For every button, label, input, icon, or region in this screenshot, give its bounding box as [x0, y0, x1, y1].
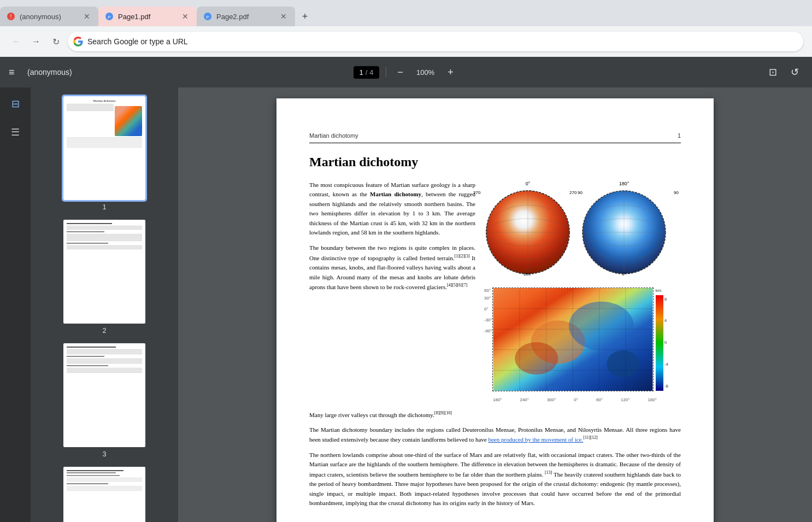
outline-view-icon[interactable]: ☰: [5, 122, 25, 142]
cb-label-0: 0: [664, 339, 668, 346]
south-hemi-svg: [484, 189, 572, 276]
tab-page2[interactable]: P Page2.pdf ✕: [197, 7, 295, 26]
pdf-viewer-body: ⊟ ☰ Martian dichotomy: [0, 87, 812, 522]
viewer-section: ≡ (anonymous) 1 / 4 − 100% + ⊡ ↺: [0, 57, 812, 522]
thumb-page-4[interactable]: 4: [63, 467, 145, 522]
s-label-180: 180°: [523, 271, 533, 278]
ref-1112: [11][12]: [583, 435, 597, 440]
add-tab-button[interactable]: +: [297, 9, 313, 24]
zoom-level: 100%: [415, 68, 437, 77]
pdf-content: Martian dichotomy 1 Martian dichotomy Th…: [178, 87, 812, 522]
link-ice[interactable]: been produced by the movement of ice.: [488, 436, 583, 443]
tab-anonymous[interactable]: ! (anonymous) ✕: [0, 7, 98, 26]
topo-label-60: 60°: [484, 288, 492, 294]
north-hemisphere-container: 180°: [580, 180, 668, 279]
pdf-page-1: Martian dichotomy 1 Martian dichotomy Th…: [276, 98, 714, 522]
topo-bottom-labels: 180° 240° 300° 0° 60° 120° 180°: [484, 397, 681, 403]
page2-favicon: P: [203, 12, 212, 21]
zoom-out-button[interactable]: −: [393, 64, 408, 80]
colorbar-section: km: [656, 288, 668, 391]
page1-favicon: P: [105, 12, 114, 21]
n-label-270: 270: [569, 190, 576, 196]
thumb-page-1[interactable]: Martian dichotomy: [63, 96, 145, 211]
pdf-left-column: The most conspicuous feature of Martian …: [309, 180, 475, 403]
thumbnail-view-icon[interactable]: ⊟: [5, 94, 25, 114]
paragraph-5: The northern lowlands comprise about one…: [309, 450, 681, 508]
zoom-in-button[interactable]: +: [443, 64, 458, 80]
north-hemisphere: 270 90 0°: [580, 189, 668, 279]
north-hemi-svg: [580, 189, 668, 276]
hamburger-menu[interactable]: ≡: [9, 67, 15, 78]
tab-page1[interactable]: P Page1.pdf ✕: [98, 7, 197, 26]
topo-label-n60: -60°: [484, 328, 492, 335]
tab-page2-title: Page2.pdf: [216, 13, 274, 21]
south-hemisphere: 270 90 180°: [484, 189, 572, 279]
pdf-sidebar: Martian dichotomy: [31, 87, 178, 522]
colorbar-labels: 8 4 0 -4 -8: [664, 295, 668, 391]
topo-map-container: 60° 30° 0° -30° -60°: [484, 288, 492, 391]
cb-label-8: 8: [664, 296, 668, 303]
n-label-90: 90: [674, 190, 679, 196]
main-area: ≡ (anonymous) 1 / 4 − 100% + ⊡ ↺: [0, 57, 812, 522]
hemisphere-figures: 0°: [484, 180, 681, 279]
address-bar: ← → ↻ Search Google or type a URL: [0, 26, 812, 57]
topo-label-n30: -30°: [484, 317, 492, 324]
thumb-page-3[interactable]: 3: [63, 343, 145, 458]
tab-page2-close[interactable]: ✕: [279, 11, 289, 21]
svg-point-25: [607, 350, 639, 377]
thumbnail-2[interactable]: [63, 220, 145, 324]
n-label-0: 0°: [622, 271, 626, 278]
bold-term: Martian dichotomy: [370, 191, 421, 197]
svg-point-23: [515, 342, 558, 374]
forward-button[interactable]: →: [28, 34, 44, 49]
toolbar-divider: [386, 67, 386, 78]
back-button[interactable]: ←: [9, 34, 24, 49]
thumb-page-1-label: 1: [103, 203, 107, 211]
pdf-app-title: (anonymous): [27, 68, 72, 77]
paragraph-3: Many large river valleys cut through the…: [309, 410, 681, 420]
south-hemi-label-top: 0°: [484, 180, 572, 188]
s-label-270: 270: [473, 190, 480, 196]
pdf-right-column: 0°: [484, 180, 681, 403]
tab-anonymous-close[interactable]: ✕: [82, 11, 92, 21]
paragraph-2: The boundary between the two regions is …: [309, 243, 475, 292]
lon-60: 60°: [596, 397, 603, 403]
reload-button[interactable]: ↻: [48, 34, 63, 49]
toolbar-center: 1 / 4 − 100% +: [354, 64, 458, 80]
paragraph-4: The Martian dichotomy boundary includes …: [309, 425, 681, 445]
topo-map-svg: [492, 288, 654, 391]
thumbnail-3[interactable]: [63, 343, 145, 447]
pdf-header-title: Martian dichotomy: [309, 131, 358, 140]
colorbar-svg: [656, 295, 663, 391]
google-icon: [73, 37, 83, 46]
colorbar-unit: km: [656, 288, 668, 294]
page-indicator: 1 / 4: [354, 66, 379, 79]
thumb-page-3-label: 3: [103, 450, 107, 458]
cb-label-n8: -8: [664, 383, 668, 390]
pdf-header-pagenum: 1: [678, 131, 681, 140]
tab-bar: ! (anonymous) ✕ P Page1.pdf ✕ P: [0, 0, 812, 26]
svg-text:P: P: [206, 15, 209, 20]
sidebar-icons: ⊟ ☰: [0, 87, 31, 522]
svg-text:!: !: [10, 14, 12, 20]
thumb-page-2-label: 2: [103, 327, 107, 335]
lon-0: 0°: [574, 397, 578, 403]
tab-page1-close[interactable]: ✕: [180, 11, 190, 21]
rotate-button[interactable]: ↺: [786, 63, 803, 81]
thumbnail-1[interactable]: Martian dichotomy: [63, 96, 145, 200]
tab-page1-title: Page1.pdf: [118, 13, 176, 21]
fullscreen-button[interactable]: ⊡: [764, 63, 781, 81]
north-hemi-label-top: 180°: [580, 180, 668, 188]
topo-label-0: 0°: [484, 306, 492, 313]
address-input[interactable]: Search Google or type a URL: [68, 32, 803, 51]
pdf-toolbar: ≡ (anonymous) 1 / 4 − 100% + ⊡ ↺: [0, 57, 812, 87]
total-pages: 4: [369, 68, 373, 77]
thumbnail-4[interactable]: [63, 467, 145, 522]
pdf-columns-section: The most conspicuous feature of Martian …: [309, 180, 681, 403]
thumb-page-2[interactable]: 2: [63, 220, 145, 335]
pdf-figures: 0°: [484, 180, 681, 403]
tab-anonymous-title: (anonymous): [20, 13, 78, 21]
pdf-main-title: Martian dichotomy: [309, 152, 681, 172]
current-page: 1: [359, 68, 363, 77]
lon-120: 120°: [621, 397, 630, 403]
